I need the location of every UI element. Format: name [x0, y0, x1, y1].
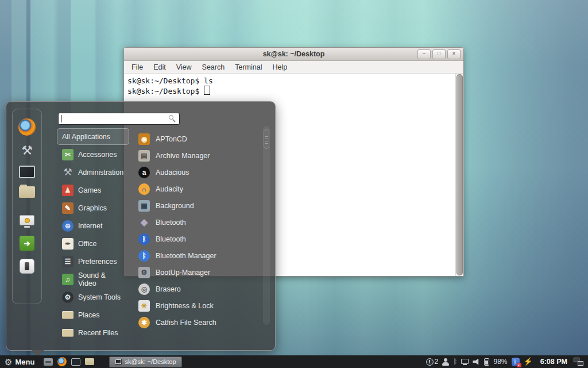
updates-indicator[interactable]: ! 2 [426, 358, 439, 366]
clock[interactable]: 6:08 PM [540, 358, 567, 366]
brasero-icon: ◎ [138, 283, 150, 295]
firefox-launcher-icon[interactable] [57, 357, 67, 366]
category-preferences[interactable]: ☰ Preferences [57, 253, 129, 270]
terminal-menu-help[interactable]: Help [267, 62, 292, 72]
power-bolt-icon[interactable]: ⚡ [524, 358, 533, 366]
application-label: Archive Manager [156, 152, 210, 160]
app-bootup-manager[interactable]: ⚙ BootUp-Manager [135, 264, 264, 281]
bluetooth-disabled-icon[interactable]: ᛒ x [512, 358, 520, 366]
app-archive-manager[interactable]: ▤ Archive Manager [135, 147, 264, 164]
terminal-launcher-icon[interactable] [71, 358, 80, 366]
internet-icon: ⊕ [62, 220, 74, 232]
category-label: Recent Files [78, 329, 118, 337]
category-label: Games [78, 186, 101, 194]
bluetooth-tray-icon[interactable]: ᛒ [453, 358, 457, 366]
app-bluetooth-manager[interactable]: ᛒ Bluetooth Manager [135, 247, 264, 264]
terminal-menu-search[interactable]: Search [197, 62, 230, 72]
terminal-menu-terminal[interactable]: Terminal [230, 62, 267, 72]
display-tray-icon[interactable] [461, 359, 469, 365]
taskbar-window-button[interactable]: sk@sk: ~/Desktop [109, 356, 181, 367]
applications-scrollbar[interactable] [263, 126, 270, 325]
scrollbar-thumb[interactable] [457, 74, 463, 275]
audacity-icon: ∩ [138, 183, 150, 195]
preferences-icon: ☰ [62, 256, 74, 267]
aptoncd-icon: ◉ [138, 133, 150, 145]
close-button[interactable]: × [447, 49, 461, 59]
terminal-scrollbar[interactable] [455, 74, 463, 276]
terminal-menu-view[interactable]: View [171, 62, 197, 72]
menu-button-label: Menu [15, 358, 34, 366]
category-label: Office [78, 240, 96, 248]
terminal-menu-edit[interactable]: Edit [148, 62, 171, 72]
minimize-button[interactable]: – [417, 49, 431, 59]
app-brightness-lock[interactable]: ☀ Brightness & Lock [135, 297, 264, 314]
brightness-lock-icon: ☀ [138, 300, 150, 312]
app-background[interactable]: ▦ Background [135, 197, 264, 214]
gear-icon: ⚙ [5, 358, 12, 366]
bluetooth-diamond-icon: ◆ [138, 217, 150, 228]
volume-icon[interactable] [473, 359, 480, 365]
battery-icon[interactable] [484, 358, 489, 366]
application-menu: ⚒ ➔ All Applications [6, 101, 276, 351]
category-label: Graphics [78, 204, 107, 212]
app-bluetooth-2[interactable]: ᛒ Bluetooth [135, 231, 264, 247]
user-accounts-icon[interactable] [442, 358, 449, 366]
disabled-badge: x [517, 363, 521, 367]
application-label: Bluetooth [156, 235, 186, 243]
application-label: Audacity [156, 185, 183, 193]
audacious-icon: a [138, 167, 150, 178]
category-sound-video[interactable]: ♫ Sound & Video [57, 271, 129, 288]
maximize-button[interactable]: □ [432, 49, 446, 59]
category-system-tools[interactable]: ⚙ System Tools [57, 289, 129, 305]
tools-icon[interactable]: ⚒ [21, 144, 33, 158]
logout-icon[interactable]: ➔ [20, 236, 34, 251]
archive-launcher-icon[interactable] [44, 358, 53, 366]
terminal-icon[interactable] [19, 166, 35, 178]
application-label: APTonCD [156, 135, 187, 143]
firefox-icon[interactable] [18, 118, 36, 136]
lock-screen-icon[interactable] [20, 215, 34, 228]
search-box[interactable] [58, 113, 180, 125]
administration-icon: ⚒ [62, 167, 74, 178]
file-manager-icon[interactable] [19, 186, 35, 198]
category-office[interactable]: ✒ Office [57, 235, 129, 252]
scrollbar-thumb[interactable] [264, 129, 269, 149]
category-label: Places [78, 311, 100, 319]
app-brasero[interactable]: ◎ Brasero [135, 281, 264, 297]
bluetooth-circle-icon: ᛒ [138, 233, 150, 245]
app-catfish[interactable]: ✱ Catfish File Search [135, 314, 264, 331]
folder-launcher-icon[interactable] [85, 358, 94, 365]
bootup-manager-icon: ⚙ [138, 267, 150, 278]
category-internet[interactable]: ⊕ Internet [57, 217, 129, 234]
category-graphics[interactable]: ✎ Graphics [57, 200, 129, 216]
menu-button[interactable]: ⚙ Menu [5, 358, 34, 366]
battery-percent: 98% [493, 358, 507, 366]
application-label: Catfish File Search [156, 319, 216, 327]
terminal-menu-file[interactable]: File [126, 62, 148, 72]
category-label: Accessories [78, 151, 117, 159]
terminal-titlebar[interactable]: sk@sk: ~/Desktop – □ × [124, 48, 463, 61]
app-audacity[interactable]: ∩ Audacity [135, 181, 264, 197]
category-recent-files[interactable]: Recent Files [57, 324, 129, 341]
application-label: Brightness & Lock [156, 302, 214, 310]
category-administration[interactable]: ⚒ Administration [57, 164, 129, 181]
app-audacious[interactable]: a Audacious [135, 164, 264, 181]
category-places[interactable]: Places [57, 306, 129, 323]
search-input[interactable] [59, 113, 179, 124]
app-bluetooth-1[interactable]: ◆ Bluetooth [135, 214, 264, 231]
application-label: Bluetooth [156, 218, 186, 227]
category-games[interactable]: ♟ Games [57, 182, 129, 198]
app-aptoncd[interactable]: ◉ APTonCD [135, 131, 264, 147]
category-all-applications[interactable]: All Applications [57, 128, 129, 145]
places-folder-icon [62, 311, 74, 319]
shutdown-icon[interactable] [20, 259, 34, 274]
application-label: Brasero [156, 285, 181, 293]
category-accessories[interactable]: ✂ Accessories [57, 146, 129, 163]
monitor-stand [24, 226, 30, 228]
workspace-switcher-icon[interactable] [574, 358, 583, 366]
archive-manager-icon: ▤ [138, 150, 150, 162]
bottom-panel: ⚙ Menu sk@sk: ~/Desktop ! 2 ᛒ [0, 355, 588, 368]
category-label: Preferences [78, 258, 117, 266]
terminal-line: sk@sk:~/Desktop$ [127, 87, 199, 95]
category-label: System Tools [78, 293, 121, 301]
